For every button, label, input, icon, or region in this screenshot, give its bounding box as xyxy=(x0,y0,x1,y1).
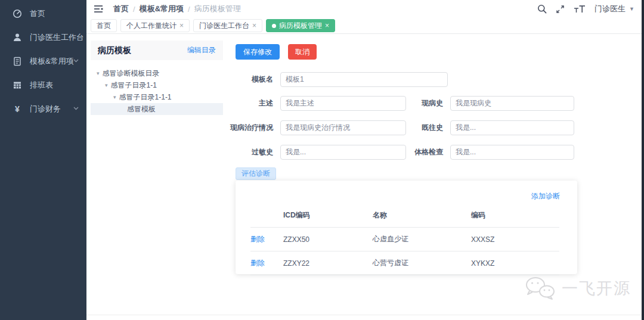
cell-code: XYKXZ xyxy=(471,251,559,275)
field-label: 主述 xyxy=(218,98,273,108)
cell-icd: ZZXY22 xyxy=(283,251,373,275)
window-edge-strip xyxy=(642,0,644,320)
watermark-logo: 一飞开源 xyxy=(524,275,631,302)
breadcrumb-separator: / xyxy=(188,5,190,14)
form-row-treatment-status: 现病治疗情况 xyxy=(218,120,406,135)
diagnosis-card: 添加诊断 ICD编码 名称 编码 删除 ZZXX50 心虚血少证 XXX xyxy=(236,181,577,274)
tab-doctor-workbench[interactable]: 门诊医生工作台 × xyxy=(193,19,262,32)
cell-name: 心虚血少证 xyxy=(373,228,471,251)
user-menu[interactable]: 门诊医生 ▼ xyxy=(595,4,634,14)
cell-code: XXXSZ xyxy=(471,228,559,251)
sidebar-item-finance[interactable]: ¥ 门诊财务 xyxy=(0,97,86,120)
delete-diagnosis-link[interactable]: 删除 xyxy=(250,235,265,243)
physical-exam-input[interactable] xyxy=(450,145,574,160)
tree-caret-icon[interactable]: ▾ xyxy=(105,82,108,88)
tab-label: 门诊医生工作台 xyxy=(199,21,249,31)
table-row: 删除 ZZXY22 心营亏虚证 XYKXZ xyxy=(250,251,559,275)
tree-node[interactable]: ▾ 感冒子目录1-1-1 xyxy=(91,91,223,103)
opened-tabs-bar: 首页 个人工作量统计 × 门诊医生工作台 × 病历模板管理 × xyxy=(86,18,642,34)
table-row: 删除 ZZXX50 心虚血少证 XXXSZ xyxy=(250,228,559,251)
allergy-history-input[interactable] xyxy=(280,145,406,160)
template-tree: ▾ 感冒诊断模板目录 ▾ 感冒子目录1-1 ▾ 感冒子目录1-1-1 感冒模板 xyxy=(91,67,223,115)
tab-label: 个人工作量统计 xyxy=(126,21,177,31)
tree-caret-icon[interactable]: ▾ xyxy=(97,70,100,76)
sidebar: 首页 门诊医生工作台 模板&常用项 排班表 ¥ 门诊财务 xyxy=(0,0,86,320)
tree-node[interactable]: ▾ 感冒诊断模板目录 xyxy=(91,67,223,79)
present-illness-input[interactable] xyxy=(450,96,574,111)
dashboard-icon xyxy=(13,9,22,18)
watermark-text: 一飞开源 xyxy=(562,278,631,299)
sidebar-item-doctor-workbench[interactable]: 门诊医生工作台 xyxy=(0,26,86,49)
save-button[interactable]: 保存修改 xyxy=(236,44,280,60)
tab-home[interactable]: 首页 xyxy=(91,19,117,32)
sidebar-item-label: 门诊医生工作台 xyxy=(30,32,84,43)
app-window: 首页 门诊医生工作台 模板&常用项 排班表 ¥ 门诊财务 xyxy=(0,0,644,320)
caret-down-icon: ▼ xyxy=(629,6,634,12)
tab-diagnosis-assessment[interactable]: 评估诊断 xyxy=(236,167,276,180)
sidebar-item-home[interactable]: 首页 xyxy=(0,2,86,25)
delete-diagnosis-link[interactable]: 删除 xyxy=(250,259,265,267)
fullscreen-icon[interactable] xyxy=(556,5,565,14)
close-icon[interactable]: × xyxy=(179,22,184,29)
sidebar-item-label: 模板&常用项 xyxy=(30,56,74,67)
tree-node-label: 感冒模板 xyxy=(127,104,156,114)
tree-node-selected[interactable]: 感冒模板 xyxy=(91,103,223,115)
template-name-input[interactable] xyxy=(280,72,448,87)
field-label: 模板名 xyxy=(218,74,273,85)
close-icon[interactable]: × xyxy=(252,22,256,29)
field-label: 现病史 xyxy=(404,98,443,108)
tree-node[interactable]: ▾ 感冒子目录1-1 xyxy=(91,79,223,91)
topbar: 首页 / 模板&常用项 / 病历模板管理 门诊医生 ▼ xyxy=(86,0,642,18)
breadcrumb-item[interactable]: 首页 xyxy=(113,4,129,14)
tab-workload-stats[interactable]: 个人工作量统计 × xyxy=(120,19,190,32)
topbar-actions: 门诊医生 ▼ xyxy=(537,4,634,14)
add-diagnosis-link[interactable]: 添加诊断 xyxy=(531,191,560,201)
form-row-chief-complaint: 主述 xyxy=(218,96,406,111)
field-label: 过敏史 xyxy=(218,147,273,157)
diagnosis-table: ICD编码 名称 编码 删除 ZZXX50 心虚血少证 XXXSZ 删除 ZZX… xyxy=(250,206,559,275)
main-content: 病历模板 编辑目录 ▾ 感冒诊断模板目录 ▾ 感冒子目录1-1 ▾ 感冒子目录1… xyxy=(86,34,642,320)
breadcrumb: 首页 / 模板&常用项 / 病历模板管理 xyxy=(113,4,241,14)
content-bottom-divider xyxy=(86,315,642,315)
form-row-present-illness: 现病史 xyxy=(404,96,574,111)
close-icon[interactable]: × xyxy=(325,22,329,29)
font-size-icon[interactable] xyxy=(574,5,586,13)
form-row-template-name: 模板名 xyxy=(218,72,448,87)
past-history-input[interactable] xyxy=(450,120,574,135)
sidebar-collapse-icon[interactable] xyxy=(94,5,104,13)
field-label: 体格检查 xyxy=(404,147,443,157)
tree-caret-icon[interactable]: ▾ xyxy=(113,94,116,100)
template-tree-panel: 病历模板 编辑目录 ▾ 感冒诊断模板目录 ▾ 感冒子目录1-1 ▾ 感冒子目录1… xyxy=(91,41,223,60)
chevron-down-icon xyxy=(73,107,79,110)
form-row-past-history: 既往史 xyxy=(404,120,574,135)
chief-complaint-input[interactable] xyxy=(280,96,406,111)
breadcrumb-item[interactable]: 模板&常用项 xyxy=(140,4,184,14)
sidebar-item-label: 首页 xyxy=(30,8,45,19)
money-icon: ¥ xyxy=(13,104,22,114)
cancel-button[interactable]: 取消 xyxy=(288,44,317,60)
tab-template-manage-active[interactable]: 病历模板管理 × xyxy=(266,19,335,32)
tab-label: 首页 xyxy=(97,21,111,31)
column-header-action xyxy=(250,206,283,228)
form-row-allergy-history: 过敏史 xyxy=(218,145,406,160)
tree-node-label: 感冒诊断模板目录 xyxy=(103,69,160,79)
tree-node-label: 感冒子目录1-1-1 xyxy=(119,92,172,102)
tab-label: 病历模板管理 xyxy=(279,21,322,31)
sidebar-item-templates[interactable]: 模板&常用项 xyxy=(0,49,86,73)
treatment-status-input[interactable] xyxy=(280,120,406,135)
sidebar-item-label: 门诊财务 xyxy=(30,104,61,114)
column-header-name: 名称 xyxy=(373,206,471,228)
column-header-code: 编码 xyxy=(471,206,559,228)
wechat-bubbles-icon xyxy=(524,275,557,302)
cell-icd: ZZXX50 xyxy=(283,228,373,251)
sidebar-item-schedule[interactable]: 排班表 xyxy=(0,73,86,97)
cell-name: 心营亏虚证 xyxy=(373,251,471,275)
breadcrumb-item-current: 病历模板管理 xyxy=(194,4,241,14)
active-tab-dot xyxy=(272,24,276,28)
user-icon xyxy=(13,33,22,42)
table-icon xyxy=(13,80,22,90)
search-icon[interactable] xyxy=(537,4,547,14)
edit-directory-link[interactable]: 编辑目录 xyxy=(187,45,216,55)
panel-header: 病历模板 编辑目录 xyxy=(91,41,223,60)
column-header-icd: ICD编码 xyxy=(283,206,373,228)
